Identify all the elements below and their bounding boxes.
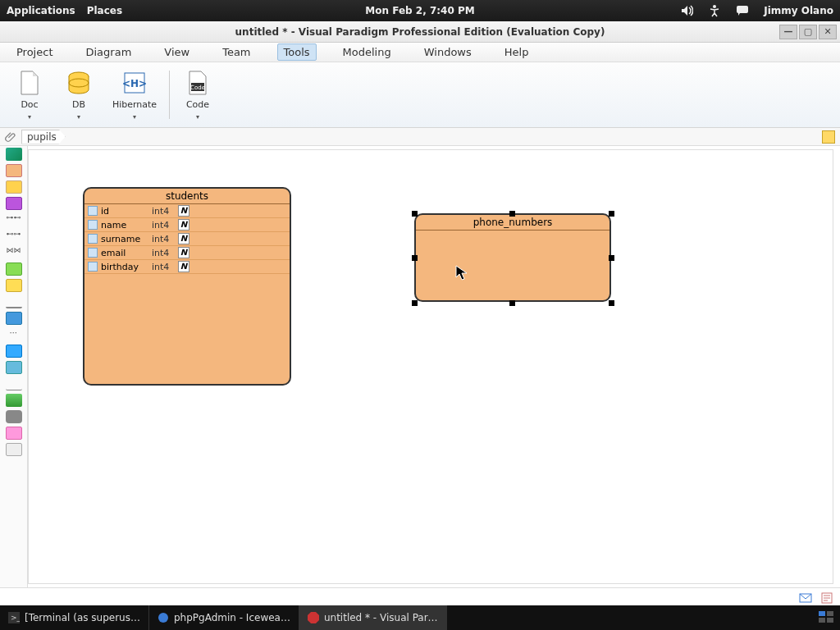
toolbar-code-label: Code — [186, 99, 209, 110]
chevron-down-icon: ▾ — [28, 113, 31, 121]
svg-rect-18 — [827, 618, 833, 623]
breadcrumb-item[interactable]: pupils — [21, 130, 66, 144]
browser-icon — [158, 612, 169, 623]
taskbar-item-visualparadigm[interactable]: untitled * - Visual Par… — [299, 605, 447, 630]
gnome-clock[interactable]: Mon Feb 2, 7:40 PM — [365, 5, 474, 16]
column-row[interactable]: nameint4N — [84, 218, 290, 232]
toolbar-doc-button[interactable]: Doc ▾ — [5, 66, 54, 124]
attachment-icon[interactable] — [5, 131, 16, 143]
taskbar-item-phppgadmin[interactable]: phpPgAdmin - Icewea… — [149, 605, 299, 630]
palette-line-tool[interactable] — [6, 295, 22, 308]
gnome-places-menu[interactable]: Places — [87, 5, 122, 16]
palette-sep-tool[interactable] — [6, 377, 22, 390]
menu-modeling[interactable]: Modeling — [336, 43, 398, 61]
column-row[interactable]: birthdayint4N — [84, 260, 290, 274]
chat-icon[interactable] — [736, 4, 749, 17]
volume-icon[interactable] — [680, 4, 693, 17]
menu-windows[interactable]: Windows — [418, 43, 478, 61]
palette-image-tool[interactable] — [6, 394, 22, 407]
selection-handle[interactable] — [412, 211, 418, 217]
note-icon[interactable] — [820, 591, 833, 603]
column-name: birthday — [101, 262, 152, 272]
entity-title: phone_numbers — [416, 215, 609, 231]
svg-rect-17 — [819, 618, 825, 623]
chevron-down-icon: ▾ — [196, 113, 199, 121]
tool-palette: ⊶⊷ ⊷⊶ ⋈⋈ ⋯ — [0, 146, 28, 587]
toolbar-db-button[interactable]: DB ▾ — [54, 66, 103, 124]
svg-rect-13 — [308, 612, 319, 623]
entity-phone-numbers[interactable]: phone_numbers — [414, 213, 611, 302]
vp-icon — [308, 612, 319, 623]
palette-folder-tool[interactable] — [6, 345, 22, 358]
window-maximize-button[interactable]: ▢ — [799, 25, 817, 39]
palette-grid-tool[interactable] — [6, 279, 22, 292]
db-icon — [66, 70, 92, 96]
selection-handle[interactable] — [412, 300, 418, 306]
selection-handle[interactable] — [609, 211, 614, 217]
column-icon — [88, 248, 98, 258]
column-type: int4 — [152, 234, 178, 244]
svg-rect-15 — [819, 611, 825, 616]
menu-view[interactable]: View — [158, 43, 196, 61]
menu-diagram[interactable]: Diagram — [79, 43, 138, 61]
palette-relation-2[interactable]: ⊷⊶ — [6, 230, 22, 243]
palette-comment-tool[interactable] — [6, 427, 22, 440]
svg-text:<H>: <H> — [122, 78, 147, 89]
column-icon — [88, 220, 98, 230]
toolbar-hibernate-button[interactable]: <H> Hibernate ▾ — [103, 66, 166, 124]
palette-rect-tool[interactable] — [6, 312, 22, 325]
column-row[interactable]: emailint4N — [84, 246, 290, 260]
menu-tools[interactable]: Tools — [277, 43, 317, 61]
selection-handle[interactable] — [509, 211, 515, 217]
palette-camera-tool[interactable] — [6, 410, 22, 423]
column-row[interactable]: surnameint4N — [84, 232, 290, 246]
terminal-icon: >_ — [8, 612, 20, 623]
selection-handle[interactable] — [609, 255, 614, 261]
selection-handle[interactable] — [509, 300, 515, 306]
palette-package-tool[interactable] — [6, 361, 22, 374]
toolbar-code-button[interactable]: Code Code ▾ — [173, 66, 222, 124]
workspace: ⊶⊷ ⊷⊶ ⋈⋈ ⋯ students idint4N nameint4N su… — [0, 146, 840, 587]
selection-handle[interactable] — [412, 255, 418, 261]
column-name: surname — [101, 234, 152, 244]
palette-dots-tool[interactable]: ⋯ — [6, 328, 22, 341]
palette-relation-1[interactable]: ⊶⊷ — [6, 213, 22, 226]
column-type: int4 — [152, 262, 178, 272]
accessibility-icon[interactable] — [708, 4, 721, 17]
toolbar-separator — [169, 71, 170, 119]
taskbar-label: untitled * - Visual Par… — [324, 612, 438, 623]
nullable-badge: N — [178, 219, 189, 231]
palette-cursor-tool[interactable] — [6, 148, 22, 161]
nullable-badge: N — [178, 247, 189, 258]
chevron-down-icon: ▾ — [77, 113, 80, 121]
palette-view-tool[interactable] — [6, 197, 22, 210]
window-minimize-button[interactable]: — — [779, 25, 797, 39]
nullable-badge: N — [178, 261, 189, 272]
app-menubar: Project Diagram View Team Tools Modeling… — [0, 43, 840, 62]
column-row[interactable]: idint4N — [84, 204, 290, 218]
window-close-button[interactable]: ✕ — [819, 25, 837, 39]
palette-note-tool[interactable] — [6, 262, 22, 276]
entity-students[interactable]: students idint4N nameint4N surnameint4N … — [83, 187, 291, 386]
gnome-applications-menu[interactable]: Applications — [7, 5, 75, 16]
diagram-canvas[interactable]: students idint4N nameint4N surnameint4N … — [28, 149, 833, 584]
taskbar-item-terminal[interactable]: >_ [Terminal (as superus… — [0, 605, 149, 630]
window-title: untitled * - Visual Paradigm Professiona… — [235, 26, 605, 38]
mail-icon[interactable] — [799, 591, 812, 603]
palette-blank-tool[interactable] — [6, 443, 22, 456]
column-name: email — [101, 248, 152, 258]
column-icon — [88, 262, 98, 272]
palette-relation-3[interactable]: ⋈⋈ — [6, 246, 22, 259]
palette-entity-tool[interactable] — [6, 164, 22, 177]
system-tray — [806, 611, 840, 625]
hibernate-icon: <H> — [121, 70, 148, 96]
menu-project[interactable]: Project — [10, 43, 59, 61]
selection-handle[interactable] — [609, 300, 614, 306]
menu-help[interactable]: Help — [498, 43, 536, 61]
tray-workspace-icon[interactable] — [819, 611, 833, 625]
diagram-overview-icon[interactable] — [822, 130, 835, 144]
menu-team[interactable]: Team — [216, 43, 257, 61]
palette-table-tool[interactable] — [6, 180, 22, 194]
gnome-user-menu[interactable]: Jimmy Olano — [764, 5, 833, 16]
entity-title: students — [84, 189, 290, 204]
